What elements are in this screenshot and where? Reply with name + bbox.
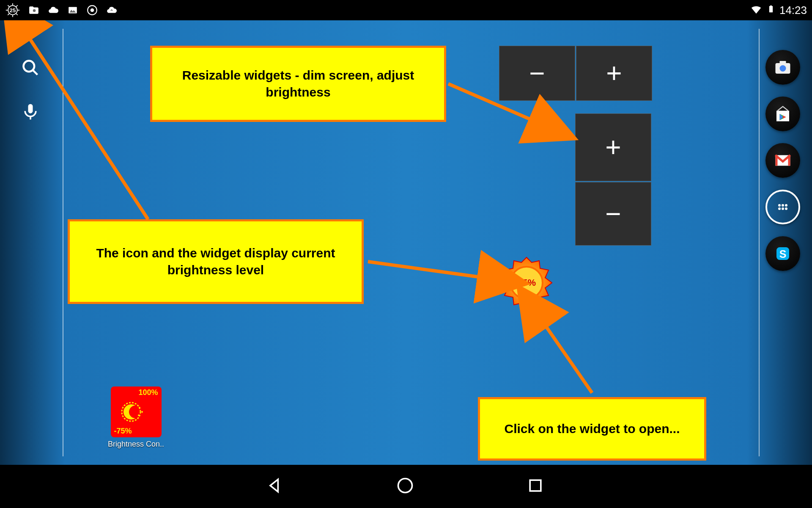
dock-skype[interactable]: S [765, 236, 800, 271]
svg-line-46 [539, 317, 592, 393]
svg-rect-27 [780, 61, 786, 64]
svg-rect-33 [788, 155, 790, 166]
dock-camera[interactable] [765, 50, 800, 85]
svg-line-17 [33, 70, 38, 75]
callout-text-1: Resizable widgets - dim screen, adjust b… [164, 67, 432, 101]
minus-label-2: − [605, 198, 621, 229]
status-bar: 25 14:23 [0, 0, 812, 20]
widget-brightness-plus[interactable]: + [576, 46, 652, 101]
cloud-sync-icon [106, 4, 118, 16]
svg-point-23 [141, 411, 143, 413]
svg-point-36 [785, 204, 787, 207]
svg-point-47 [398, 479, 412, 493]
app-bottom-label: -75% [114, 427, 132, 436]
dock-gmail[interactable] [765, 143, 800, 178]
svg-point-37 [778, 207, 781, 210]
navigation-bar [0, 465, 812, 508]
svg-point-34 [778, 204, 781, 207]
svg-rect-32 [776, 155, 778, 166]
svg-line-45 [368, 262, 491, 279]
plus-label: + [606, 58, 622, 89]
svg-point-13 [91, 8, 94, 12]
svg-point-9 [33, 9, 36, 12]
sun-moon-icon [118, 395, 152, 429]
microphone-icon[interactable] [21, 102, 40, 121]
svg-point-26 [780, 65, 786, 72]
clock-text: 14:23 [779, 4, 807, 17]
status-right: 14:23 [750, 3, 807, 18]
status-left-icons: 25 [5, 3, 118, 18]
app-brightness-control[interactable]: 100% -75% Brightness Con.. [108, 387, 164, 449]
cloud-icon [47, 4, 59, 16]
svg-rect-18 [28, 104, 33, 113]
svg-rect-15 [770, 5, 771, 6]
svg-line-43 [23, 29, 148, 219]
nav-home-button[interactable] [396, 476, 416, 497]
left-search-tools [21, 58, 40, 121]
page-divider-left [63, 29, 63, 456]
svg-rect-14 [769, 6, 773, 12]
dock-apps-drawer[interactable] [765, 190, 800, 224]
gear-brightness-icon: 25 [5, 3, 20, 18]
app-name-label: Brightness Con.. [108, 440, 164, 449]
svg-point-38 [782, 207, 784, 210]
nav-recent-button[interactable] [526, 476, 546, 497]
svg-point-16 [24, 61, 35, 72]
svg-point-35 [782, 204, 784, 207]
plus-label-2: + [605, 132, 621, 163]
gear-value: 25 [5, 3, 20, 18]
callout-resizable-widgets: Resizable widgets - dim screen, adjust b… [150, 46, 446, 122]
widget-brightness-plus-vertical[interactable]: + [575, 113, 651, 181]
svg-text:S: S [779, 248, 787, 260]
minus-label: − [529, 58, 545, 89]
sun-value-text: 25% [510, 266, 543, 300]
callout-brightness-level: The icon and the widget display current … [68, 219, 364, 304]
nav-back-button[interactable] [266, 476, 286, 497]
widget-brightness-minus[interactable]: − [499, 46, 575, 101]
callout-text-2: The icon and the widget display current … [82, 245, 350, 279]
homescreen[interactable]: Resizable widgets - dim screen, adjust b… [0, 20, 812, 465]
wifi-icon [750, 3, 763, 18]
app-dock: S [765, 50, 800, 271]
svg-rect-48 [530, 480, 541, 491]
sun-brightness-widget[interactable]: 25% [499, 255, 554, 310]
dock-play-store[interactable] [765, 97, 800, 131]
image-icon [67, 4, 79, 16]
callout-text-3: Click on the widget to open... [504, 420, 680, 438]
svg-point-24 [138, 414, 140, 416]
search-icon[interactable] [21, 58, 40, 77]
svg-point-22 [139, 407, 140, 409]
widget-brightness-minus-vertical[interactable]: − [575, 182, 651, 246]
battery-icon [767, 3, 775, 18]
folder-icon [28, 4, 40, 16]
app-tile: 100% -75% [111, 387, 162, 437]
svg-point-39 [785, 207, 787, 210]
page-divider-right [759, 29, 760, 456]
callout-click-open: Click on the widget to open... [478, 397, 706, 461]
circle-a-icon [86, 4, 98, 16]
